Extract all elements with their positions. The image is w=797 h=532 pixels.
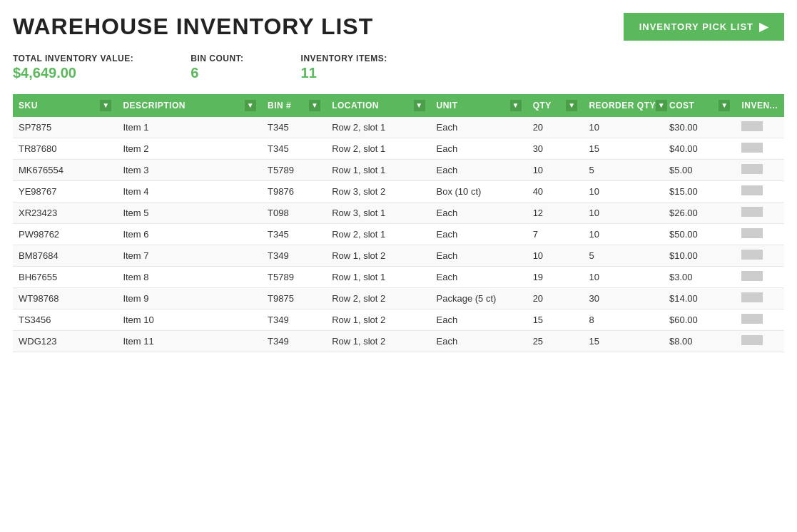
cell-location: Row 2, slot 1 (326, 224, 430, 245)
cell-sku: PW98762 (13, 224, 117, 245)
table-row: BH67655Item 8T5789Row 1, slot 1Each1910$… (13, 267, 784, 288)
inventory-bar (741, 121, 763, 131)
cell-bin: T349 (262, 310, 326, 331)
table-row: WT98768Item 9T9875Row 2, slot 2Package (… (13, 288, 784, 310)
cell-location: Row 2, slot 1 (326, 117, 430, 138)
inventory-bar (741, 143, 763, 153)
cell-inventory (736, 181, 784, 203)
cell-sku: XR23423 (13, 203, 117, 224)
table-body: SP7875Item 1T345Row 2, slot 1Each2010$30… (13, 117, 784, 352)
table-row: TR87680Item 2T345Row 2, slot 1Each3015$4… (13, 138, 784, 160)
cell-inventory (736, 267, 784, 288)
cell-location: Row 2, slot 1 (326, 138, 430, 160)
col-header-unit[interactable]: UNIT ▼ (431, 94, 527, 117)
col-header-reorder-qty[interactable]: REORDER QTY ▼ (583, 94, 664, 117)
col-header-qty[interactable]: QTY ▼ (527, 94, 584, 117)
cell-description: Item 2 (117, 138, 262, 160)
inventory-bar (741, 164, 763, 174)
cell-qty: 15 (527, 310, 584, 331)
cell-inventory (736, 160, 784, 181)
cell-location: Row 1, slot 1 (326, 160, 430, 181)
inventory-bar (741, 292, 763, 302)
cell-unit: Each (431, 160, 527, 181)
inventory-bar (741, 335, 763, 345)
inventory-items-label: INVENTORY ITEMS: (301, 53, 387, 63)
cell-cost: $8.00 (664, 331, 736, 352)
cell-qty: 40 (527, 181, 584, 203)
location-filter-icon[interactable]: ▼ (414, 100, 425, 111)
unit-filter-icon[interactable]: ▼ (510, 100, 522, 111)
cell-reorder_qty: 5 (583, 245, 664, 267)
cell-reorder_qty: 30 (583, 288, 664, 310)
cell-bin: T349 (262, 245, 326, 267)
pick-list-button[interactable]: INVENTORY PICK LIST ▶ (624, 13, 784, 41)
col-header-description[interactable]: DESCRIPTION ▼ (117, 94, 262, 117)
bin-count-value: 6 (191, 65, 243, 81)
cell-reorder_qty: 8 (583, 310, 664, 331)
cell-sku: SP7875 (13, 117, 117, 138)
cell-cost: $40.00 (664, 138, 736, 160)
cell-bin: T098 (262, 203, 326, 224)
cost-filter-icon[interactable]: ▼ (719, 100, 730, 111)
arrow-icon: ▶ (759, 20, 768, 34)
col-header-location[interactable]: LOCATION ▼ (326, 94, 430, 117)
sku-filter-icon[interactable]: ▼ (100, 100, 111, 111)
cell-bin: T345 (262, 224, 326, 245)
cell-description: Item 8 (117, 267, 262, 288)
total-inventory-label: TOTAL INVENTORY VALUE: (13, 53, 133, 63)
cell-cost: $26.00 (664, 203, 736, 224)
header: WAREHOUSE INVENTORY LIST INVENTORY PICK … (13, 13, 784, 41)
inventory-bar (741, 228, 763, 238)
total-inventory-value: $4,649.00 (13, 65, 133, 81)
cell-sku: MK676554 (13, 160, 117, 181)
cell-qty: 20 (527, 288, 584, 310)
cell-sku: TS3456 (13, 310, 117, 331)
bin-filter-icon[interactable]: ▼ (309, 100, 320, 111)
table-row: YE98767Item 4T9876Row 3, slot 2Box (10 c… (13, 181, 784, 203)
bin-count-block: BIN COUNT: 6 (191, 53, 243, 81)
col-header-inventory[interactable]: INVEN... (736, 94, 784, 117)
total-inventory-block: TOTAL INVENTORY VALUE: $4,649.00 (13, 53, 133, 81)
cell-cost: $14.00 (664, 288, 736, 310)
cell-bin: T5789 (262, 267, 326, 288)
description-filter-icon[interactable]: ▼ (245, 100, 256, 111)
cell-sku: WT98768 (13, 288, 117, 310)
col-header-sku[interactable]: SKU ▼ (13, 94, 117, 117)
cell-reorder_qty: 10 (583, 267, 664, 288)
cell-unit: Each (431, 117, 527, 138)
cell-description: Item 10 (117, 310, 262, 331)
cell-sku: BM87684 (13, 245, 117, 267)
cell-reorder_qty: 10 (583, 117, 664, 138)
cell-cost: $5.00 (664, 160, 736, 181)
col-header-bin[interactable]: BIN # ▼ (262, 94, 326, 117)
cell-description: Item 1 (117, 117, 262, 138)
cell-reorder_qty: 10 (583, 203, 664, 224)
cell-qty: 25 (527, 331, 584, 352)
cell-inventory (736, 245, 784, 267)
cell-inventory (736, 310, 784, 331)
qty-filter-icon[interactable]: ▼ (566, 100, 577, 111)
cell-location: Row 1, slot 2 (326, 245, 430, 267)
pick-list-label: INVENTORY PICK LIST (639, 21, 753, 32)
cell-qty: 10 (527, 245, 584, 267)
inventory-items-block: INVENTORY ITEMS: 11 (301, 53, 387, 81)
cell-qty: 20 (527, 117, 584, 138)
cell-reorder_qty: 15 (583, 138, 664, 160)
cell-location: Row 1, slot 1 (326, 267, 430, 288)
cell-bin: T345 (262, 117, 326, 138)
cell-inventory (736, 288, 784, 310)
col-header-cost[interactable]: COST ▼ (664, 94, 736, 117)
cell-bin: T345 (262, 138, 326, 160)
cell-description: Item 9 (117, 288, 262, 310)
cell-description: Item 5 (117, 203, 262, 224)
table-row: PW98762Item 6T345Row 2, slot 1Each710$50… (13, 224, 784, 245)
cell-description: Item 3 (117, 160, 262, 181)
table-header-row: SKU ▼ DESCRIPTION ▼ BIN # ▼ (13, 94, 784, 117)
stats-row: TOTAL INVENTORY VALUE: $4,649.00 BIN COU… (13, 53, 784, 81)
cell-qty: 7 (527, 224, 584, 245)
cell-sku: YE98767 (13, 181, 117, 203)
inventory-bar (741, 185, 763, 195)
cell-reorder_qty: 10 (583, 224, 664, 245)
cell-unit: Package (5 ct) (431, 288, 527, 310)
cell-location: Row 1, slot 2 (326, 310, 430, 331)
